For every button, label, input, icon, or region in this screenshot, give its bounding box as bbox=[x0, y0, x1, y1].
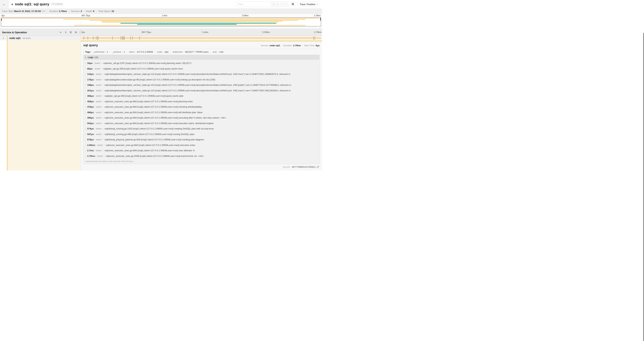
detail-meta-value: node sql1 bbox=[270, 44, 280, 47]
span-log-marker[interactable] bbox=[84, 36, 84, 40]
clear-search-icon[interactable]: × bbox=[284, 3, 286, 6]
log-row[interactable]: ›176μs:event=‹sql/catalog/descs/descript… bbox=[84, 77, 320, 83]
log-row[interactable]: ›574μs:event=‹sql/distsql_running.go:142… bbox=[84, 126, 320, 132]
minimap-tick-label: 2.09ms bbox=[242, 14, 248, 17]
span-row-gridline bbox=[262, 36, 262, 40]
span-log-marker[interactable] bbox=[124, 36, 124, 40]
tags-row[interactable]: › Tags: _unfinished=1_verbose=1client=12… bbox=[83, 51, 320, 53]
span-row[interactable]: ∨ node sql1 sql query bbox=[0, 36, 322, 40]
log-equals: = bbox=[102, 79, 103, 81]
log-event-value: ‹sql/plan_opt.go:358 [nsql1,client=127.0… bbox=[103, 67, 183, 70]
span-log-marker[interactable] bbox=[123, 36, 123, 40]
column-resizer-grip[interactable] bbox=[79, 31, 80, 34]
log-row[interactable]: ›80μs:event=‹sql/plan_opt.go:358 [nsql1,… bbox=[84, 66, 320, 72]
next-match-icon[interactable]: ∨ bbox=[280, 3, 282, 6]
tag-key: _verbose bbox=[112, 51, 121, 53]
find-input[interactable] bbox=[236, 2, 270, 7]
log-row[interactable]: ›201μs:event=‹sql/catalog/lease/descript… bbox=[84, 88, 320, 93]
keyboard-shortcuts-button[interactable]: ⌘ bbox=[290, 2, 296, 7]
log-event-value: ‹sql/catalog/descs/descriptor.go:98 [nsq… bbox=[104, 78, 215, 81]
log-row[interactable]: ›2.69ms:event=‹sql/conn_executor_exec.go… bbox=[84, 142, 320, 148]
log-chevron-icon: › bbox=[85, 79, 86, 81]
log-row[interactable]: ›486μs:event=‹sql/conn_executor_exec.go:… bbox=[84, 110, 320, 115]
tag-value: 1 bbox=[124, 51, 125, 53]
expand-all-icon[interactable] bbox=[74, 31, 77, 34]
log-field-name: event bbox=[96, 73, 102, 75]
span-row-gridline bbox=[202, 36, 202, 40]
log-field-name: event bbox=[96, 116, 102, 119]
prev-match-icon[interactable]: ∧ bbox=[277, 3, 278, 6]
collapse-one-icon[interactable] bbox=[60, 31, 62, 34]
log-row[interactable]: ›189μs:event=‹sql/catalog/lease/descript… bbox=[84, 82, 320, 88]
log-row[interactable]: ›2.7ms:event=‹sql/conn_executor_exec.go:… bbox=[84, 148, 320, 153]
log-row[interactable]: ›476μs:event=‹sql/conn_executor_exec.go:… bbox=[84, 104, 320, 110]
log-timestamp: 80μs: bbox=[87, 67, 93, 70]
log-equals: = bbox=[104, 155, 104, 157]
log-chevron-icon: › bbox=[85, 95, 86, 97]
log-field-name: event bbox=[96, 149, 102, 152]
log-row[interactable]: ›678μs:event=‹sql/distsql_physical_plann… bbox=[84, 137, 320, 142]
span-log-marker[interactable] bbox=[112, 36, 112, 40]
span-log-marker[interactable] bbox=[122, 36, 122, 40]
tag-separator bbox=[170, 51, 171, 53]
title-collapse-chevron-icon[interactable]: ∨ bbox=[11, 3, 13, 6]
tag-value: 1 bbox=[107, 51, 108, 53]
log-row[interactable]: ›495μs:event=‹sql/conn_executor_exec.go:… bbox=[84, 115, 320, 121]
summary-item: Duration2.79ms bbox=[49, 10, 67, 13]
summary-item-label: Services bbox=[71, 10, 80, 13]
log-equals: = bbox=[102, 139, 103, 141]
span-log-marker[interactable] bbox=[97, 36, 98, 40]
log-row[interactable]: ›142μs:event=‹sql/catalog/lease/descript… bbox=[84, 71, 320, 77]
log-row[interactable]: ›34μs:event=‹sql/exec_util.go:2297 [nsql… bbox=[84, 61, 320, 66]
span-log-marker[interactable] bbox=[96, 36, 96, 40]
back-button[interactable]: ← bbox=[0, 0, 8, 9]
log-row[interactable]: ›597μs:event=‹sql/distsql_running.go:498… bbox=[84, 132, 320, 137]
log-field-name: event bbox=[97, 144, 103, 146]
logs-count: (18) bbox=[94, 56, 98, 59]
expand-one-icon[interactable] bbox=[64, 31, 67, 34]
log-row[interactable]: ›2.79ms:event=‹sql/conn_executor_exec.go… bbox=[84, 153, 320, 159]
log-equals: = bbox=[102, 122, 103, 124]
trace-view-select[interactable]: Trace Timeline ∨ bbox=[298, 2, 320, 7]
span-log-marker[interactable] bbox=[314, 36, 314, 40]
page-title: node sql1: sql query bbox=[15, 2, 49, 6]
tag-equals: = bbox=[122, 51, 123, 53]
log-chevron-icon: › bbox=[85, 150, 86, 152]
span-log-marker[interactable] bbox=[130, 36, 131, 40]
ruler-tick-label: 697.75μs bbox=[142, 31, 151, 34]
detail-name-column-fill bbox=[8, 40, 81, 171]
collapse-all-icon[interactable] bbox=[70, 31, 72, 34]
summary-item-label: Total Spans bbox=[98, 10, 110, 13]
span-log-marker[interactable] bbox=[139, 36, 140, 40]
deep-link-icon[interactable] bbox=[317, 166, 319, 168]
minimap-canvas[interactable] bbox=[1, 17, 321, 27]
span-log-marker[interactable] bbox=[124, 36, 124, 40]
top-bar: ← ∨ node sql1: sql query 7418682 ◎∧∨× ⌘ … bbox=[0, 0, 322, 9]
log-event-value: ‹sql/conn_executor_exec.go:684 [nsql1,cl… bbox=[104, 122, 214, 125]
log-row[interactable]: ›459μs:event=‹sql/conn_executor_exec.go:… bbox=[84, 99, 320, 104]
log-field-name: event bbox=[96, 106, 102, 108]
log-row[interactable]: ›366μs:event=‹sql/plan_opt.go:358 [nsql1… bbox=[84, 93, 320, 99]
span-collapse-chevron-icon[interactable]: ∨ bbox=[0, 37, 7, 39]
minimap-tick-label: 2.79ms bbox=[314, 14, 320, 17]
log-field-name: event bbox=[96, 100, 102, 103]
match-locate-icon[interactable]: ◎ bbox=[272, 3, 274, 6]
span-row-timeline[interactable] bbox=[81, 36, 322, 40]
log-chevron-icon: › bbox=[85, 106, 86, 108]
log-row[interactable]: ›502μs:event=‹sql/conn_executor_exec.go:… bbox=[84, 121, 320, 126]
log-timestamp: 366μs: bbox=[87, 95, 94, 97]
log-timestamp: 189μs: bbox=[87, 84, 94, 86]
span-log-marker[interactable] bbox=[315, 36, 315, 40]
ruler-gridline bbox=[202, 29, 202, 36]
summary-item-value: 6 bbox=[93, 10, 94, 13]
minimap-right-drag-handle[interactable] bbox=[320, 18, 321, 21]
logs-header[interactable]: ∨ Logs (18) bbox=[84, 55, 320, 60]
minimap-tick-label: 697.75μs bbox=[82, 14, 90, 17]
summary-item-value: 2 bbox=[81, 10, 82, 13]
log-event-value: ‹sql/plan_opt.go:358 [nsql1,client=127.0… bbox=[104, 95, 184, 97]
detail-header: sql query Service:node sql1Duration:2.79… bbox=[83, 43, 320, 47]
detail-operation-title: sql query bbox=[83, 43, 98, 47]
find-group: ◎∧∨× bbox=[236, 2, 288, 7]
log-equals: = bbox=[101, 68, 102, 70]
span-log-marker[interactable] bbox=[88, 36, 88, 40]
